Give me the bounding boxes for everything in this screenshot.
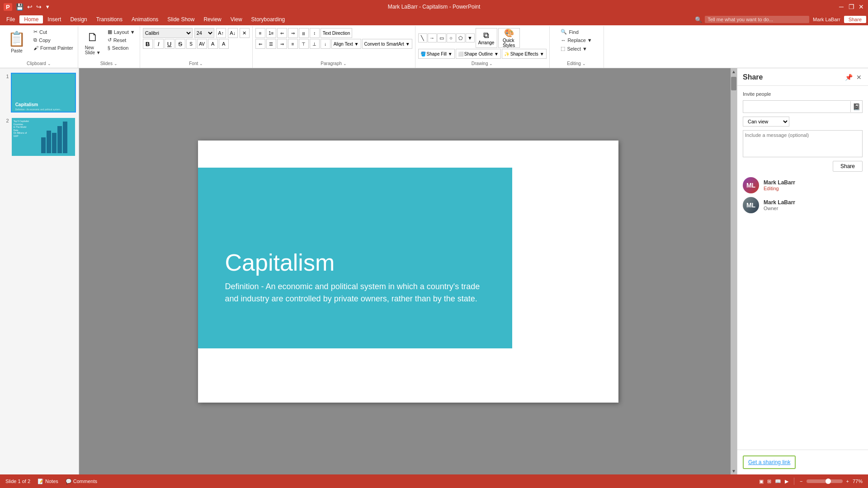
shape-ellipse[interactable]: ○ — [447, 33, 456, 42]
layout-button[interactable]: ▦Layout ▼ — [106, 28, 137, 36]
slide-sorter-button[interactable]: ⊞ — [767, 479, 771, 484]
align-middle-button[interactable]: ⊥ — [310, 39, 320, 49]
menu-transitions[interactable]: Transitions — [92, 15, 127, 23]
arrange-button[interactable]: ⧉ Arrange — [476, 28, 497, 48]
menu-animations[interactable]: Animations — [127, 15, 163, 23]
ribbon-group-editing: 🔍Find ↔Replace ▼ ⬚Select ▼ Editing ⌄ — [550, 26, 604, 68]
shape-fill-button[interactable]: 🪣 Shape Fill ▼ — [418, 49, 455, 59]
font-color-button[interactable]: A — [208, 39, 218, 49]
share-submit-button[interactable]: Share — [833, 161, 863, 172]
zoom-level: 77% — [853, 479, 863, 484]
underline-button[interactable]: U — [165, 39, 175, 49]
invite-email-input[interactable] — [743, 103, 850, 111]
shape-effects-button[interactable]: ✨ Shape Effects ▼ — [502, 49, 547, 59]
slide-preview-2[interactable]: Top 5 CapitalistCountriesIn The WorldDat… — [11, 117, 76, 157]
align-top-button[interactable]: ⊤ — [299, 39, 309, 49]
permission-select[interactable]: Can view Can edit Can comment — [743, 117, 789, 127]
slide-definition[interactable]: Definition - An economic and political s… — [225, 281, 487, 305]
align-left-button[interactable]: ⇐ — [255, 39, 265, 49]
slide-thumbnail-1[interactable]: 1 Capitalism Definition - An economic an… — [2, 72, 77, 113]
new-slide-button[interactable]: 🗋 NewSlide ▼ — [81, 28, 105, 57]
bullets-button[interactable]: ≡ — [255, 28, 265, 38]
share-panel-pin[interactable]: 📌 — [844, 73, 854, 82]
share-button-header[interactable]: Share — [844, 16, 866, 23]
menu-design[interactable]: Design — [66, 15, 91, 23]
reading-view-button[interactable]: 📖 — [775, 479, 781, 484]
numbering-button[interactable]: 1≡ — [266, 28, 276, 38]
paste-button[interactable]: 📋 Paste — [3, 28, 31, 56]
convert-smartart-button[interactable]: Convert to SmartArt ▼ — [362, 39, 412, 49]
text-direction-button[interactable]: Text Direction — [321, 28, 353, 38]
message-textarea[interactable] — [743, 130, 863, 157]
increase-indent-button[interactable]: ⇒ — [288, 28, 298, 38]
close-button[interactable]: ✕ — [858, 4, 864, 10]
invite-address-book-icon[interactable]: 📓 — [850, 101, 862, 112]
font-content: Calibri 24 A↑ A↓ ✕ B I U S S AV A A — [143, 28, 250, 59]
menu-storyboarding[interactable]: Storyboarding — [247, 15, 290, 23]
user-info-1: Mark LaBarr Editing — [764, 179, 795, 191]
maximize-button[interactable]: ❐ — [848, 4, 854, 10]
cut-button[interactable]: ✂Cut — [32, 28, 75, 36]
section-button[interactable]: §Section — [106, 44, 137, 52]
replace-button[interactable]: ↔Replace ▼ — [559, 37, 594, 44]
italic-button[interactable]: I — [154, 39, 164, 49]
zoom-slider[interactable] — [807, 479, 843, 483]
justify-button[interactable]: ≡ — [288, 39, 298, 49]
columns-button[interactable]: ⫼ — [299, 28, 309, 38]
shape-more[interactable]: ▼ — [466, 33, 475, 42]
quick-access-more[interactable]: ▼ — [45, 4, 50, 9]
minimize-button[interactable]: ─ — [838, 4, 844, 10]
shape-outline-button[interactable]: ⬜ Shape Outline ▼ — [456, 49, 501, 59]
copy-button[interactable]: ⧉Copy — [32, 36, 75, 44]
comments-button[interactable]: 💬Comments — [66, 479, 97, 484]
slide-title[interactable]: Capitalism — [225, 249, 335, 276]
menu-home[interactable]: Home — [19, 15, 43, 23]
find-button[interactable]: 🔍Find — [559, 28, 580, 36]
quick-access-save[interactable]: 💾 — [16, 3, 24, 10]
align-center-button[interactable]: ☰ — [266, 39, 276, 49]
slideshow-button[interactable]: ▶ — [785, 479, 788, 484]
text-highlight-button[interactable]: A — [219, 39, 229, 49]
align-text-button[interactable]: Align Text ▼ — [331, 39, 361, 49]
get-sharing-link-button[interactable]: Get a sharing link — [743, 455, 796, 469]
slide-preview-1[interactable]: Capitalism Definition - An economic and … — [11, 73, 76, 113]
format-painter-button[interactable]: 🖌Format Painter — [32, 44, 75, 52]
normal-view-button[interactable]: ▣ — [759, 479, 764, 484]
shape-pentagon[interactable]: ⬠ — [456, 33, 465, 42]
menu-insert[interactable]: Insert — [43, 15, 66, 23]
decrease-indent-button[interactable]: ⇐ — [277, 28, 287, 38]
slide-thumbnail-2[interactable]: 2 Top 5 CapitalistCountriesIn The WorldD… — [2, 116, 77, 158]
menu-review[interactable]: Review — [199, 15, 226, 23]
vertical-scrollbar[interactable]: ▲ ▼ — [731, 68, 737, 474]
select-button[interactable]: ⬚Select ▼ — [559, 45, 589, 52]
reset-button[interactable]: ↺Reset — [106, 36, 137, 44]
menu-file[interactable]: File — [2, 15, 19, 23]
share-panel-close[interactable]: ✕ — [855, 73, 863, 82]
clear-format-button[interactable]: ✕ — [240, 28, 250, 38]
quick-styles-button[interactable]: 🎨 Share QuickStyles — [498, 28, 520, 48]
font-size-select[interactable]: 24 — [194, 28, 214, 38]
paragraph-content: ≡ 1≡ ⇐ ⇒ ⫼ ↕ Text Direction ⇐ ☰ ⇒ ≡ ⊤ ⊥ … — [255, 28, 412, 59]
menu-view[interactable]: View — [226, 15, 247, 23]
notes-button[interactable]: 📝Notes — [38, 479, 58, 484]
shape-rect[interactable]: ▭ — [437, 33, 446, 42]
font-name-select[interactable]: Calibri — [143, 28, 193, 38]
line-spacing-button[interactable]: ↕ — [310, 28, 320, 38]
shadow-button[interactable]: S — [186, 39, 196, 49]
char-spacing-button[interactable]: AV — [197, 39, 207, 49]
strikethrough-button[interactable]: S — [175, 39, 185, 49]
bold-button[interactable]: B — [143, 39, 153, 49]
shape-line[interactable]: ╲ — [418, 33, 427, 42]
title-bar-left: P 💾 ↩ ↪ ▼ — [4, 3, 50, 11]
zoom-out-button[interactable]: − — [800, 479, 802, 484]
align-right-button[interactable]: ⇒ — [277, 39, 287, 49]
quick-access-undo[interactable]: ↩ — [27, 3, 33, 10]
zoom-in-button[interactable]: + — [846, 479, 849, 484]
align-bottom-button[interactable]: ↓ — [321, 39, 330, 49]
menu-slideshow[interactable]: Slide Show — [163, 15, 199, 23]
quick-access-redo[interactable]: ↪ — [36, 3, 42, 10]
increase-font-button[interactable]: A↑ — [216, 28, 226, 38]
search-bar[interactable]: Tell me what you want to do... — [705, 16, 809, 23]
shape-arrow[interactable]: → — [428, 33, 437, 42]
decrease-font-button[interactable]: A↓ — [228, 28, 238, 38]
